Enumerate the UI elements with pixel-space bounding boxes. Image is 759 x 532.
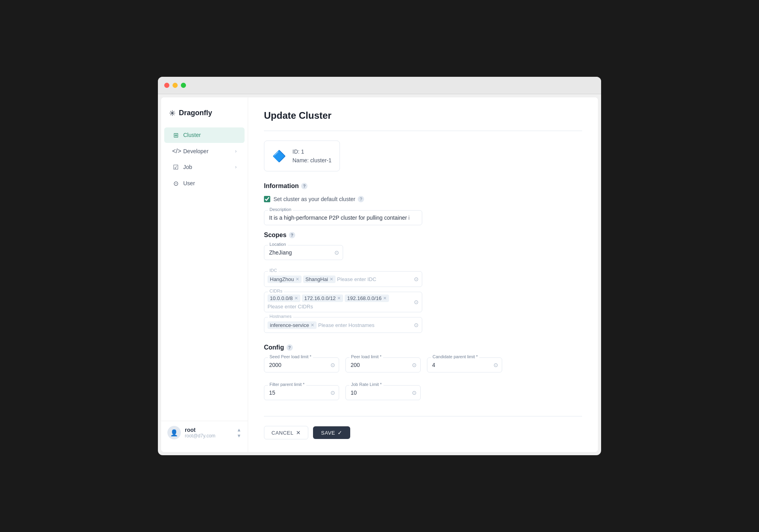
- nav-item-inner-user: ⊙ User: [172, 180, 195, 187]
- sidebar-item-cluster[interactable]: ⊞ Cluster: [164, 127, 245, 143]
- maximize-button[interactable]: [181, 83, 186, 88]
- main-content: Update Cluster 🔷 ID: 1 Name: cluster-1 I…: [248, 97, 598, 452]
- hostname-tag-1-text: inference-service: [270, 322, 309, 328]
- cancel-icon: ✕: [296, 429, 301, 436]
- idc-tag-input[interactable]: HangZhou ✕ ShangHai ✕ ⊙: [264, 271, 422, 287]
- seed-peer-load-limit-field: Seed Peer load limit * ⊙: [264, 357, 339, 372]
- title-divider: [264, 131, 582, 131]
- config-title-text: Config: [264, 344, 284, 351]
- cidr-tag-1-text: 10.0.0.0/8: [270, 295, 293, 301]
- save-icon: ✓: [338, 429, 343, 436]
- cluster-card-icon: 🔷: [272, 150, 286, 163]
- avatar-icon: 👤: [170, 429, 178, 437]
- sidebar: ✳ Dragonfly ⊞ Cluster </> Developer ›: [161, 97, 248, 452]
- peer-load-limit-clear-icon[interactable]: ⊙: [412, 362, 417, 368]
- user-arrows-icon: ▲ ▼: [237, 427, 241, 439]
- cidrs-label: CIDRs: [268, 289, 284, 293]
- nav-section: ⊞ Cluster </> Developer › ☑ Job: [161, 127, 248, 421]
- idc-text-input[interactable]: [337, 276, 409, 282]
- cidr-tag-2: 172.16.0.0/12 ✕: [302, 294, 343, 302]
- hostnames-clear-icon[interactable]: ⊙: [414, 322, 419, 328]
- logo-icon: ✳: [169, 108, 176, 118]
- config-section: Config ? Seed Peer load limit * ⊙ Peer l…: [264, 344, 582, 407]
- config-grid-row2: Filter parent limit * ⊙ Job Rate Limit *…: [264, 385, 582, 407]
- peer-load-limit-label: Peer load limit *: [349, 354, 383, 359]
- window-content: ✳ Dragonfly ⊞ Cluster </> Developer ›: [161, 97, 598, 452]
- save-button[interactable]: SAVE ✓: [313, 426, 350, 439]
- default-cluster-label: Set cluster as your default cluster ?: [273, 196, 364, 202]
- default-cluster-checkbox[interactable]: [264, 196, 270, 202]
- nav-item-inner-developer: </> Developer: [172, 148, 209, 155]
- cluster-name: Name: cluster-1: [292, 156, 332, 165]
- developer-icon: </>: [172, 148, 179, 155]
- scopes-section-title: Scopes ?: [264, 232, 582, 239]
- cidr-tag-1-remove[interactable]: ✕: [294, 296, 298, 300]
- cidr-tag-2-remove[interactable]: ✕: [337, 296, 341, 300]
- cidrs-tag-input[interactable]: 10.0.0.0/8 ✕ 172.16.0.0/12 ✕ 192.168.0.0…: [264, 292, 422, 312]
- cidr-tag-3: 192.168.0.0/16 ✕: [345, 294, 389, 302]
- hostname-tag-1-remove[interactable]: ✕: [311, 323, 314, 327]
- cluster-info-card: 🔷 ID: 1 Name: cluster-1: [264, 141, 340, 172]
- information-section: Information ? Set cluster as your defaul…: [264, 182, 582, 225]
- hostnames-tag-input[interactable]: inference-service ✕ ⊙: [264, 317, 422, 333]
- idc-tag-shanghai-remove[interactable]: ✕: [330, 277, 333, 281]
- scopes-help-icon[interactable]: ?: [289, 232, 295, 238]
- candidate-parent-limit-input[interactable]: [427, 357, 502, 372]
- page-title: Update Cluster: [264, 110, 582, 121]
- seed-peer-load-limit-clear-icon[interactable]: ⊙: [330, 362, 335, 368]
- hostnames-text-input[interactable]: [318, 322, 409, 328]
- seed-peer-load-limit-input[interactable]: [264, 357, 339, 372]
- sidebar-item-developer[interactable]: </> Developer ›: [164, 144, 245, 159]
- config-help-icon[interactable]: ?: [287, 344, 293, 351]
- nav-item-inner-job: ☑ Job: [172, 163, 192, 171]
- sidebar-item-user[interactable]: ⊙ User: [164, 176, 245, 191]
- sidebar-item-job[interactable]: ☑ Job ›: [164, 160, 245, 175]
- cidr-tag-2-text: 172.16.0.0/12: [304, 295, 336, 301]
- scopes-fields: Location ⊙ IDC HangZhou ✕: [264, 245, 582, 333]
- footer-divider: [264, 416, 582, 416]
- app-name: Dragonfly: [179, 109, 212, 117]
- filter-parent-limit-clear-icon[interactable]: ⊙: [330, 390, 335, 396]
- cidrs-clear-icon[interactable]: ⊙: [414, 299, 419, 305]
- cancel-button[interactable]: CANCEL ✕: [264, 426, 308, 439]
- checkbox-help-icon[interactable]: ?: [358, 196, 364, 202]
- information-section-title: Information ?: [264, 182, 582, 190]
- config-grid-row1: Seed Peer load limit * ⊙ Peer load limit…: [264, 357, 582, 379]
- cluster-details: ID: 1 Name: cluster-1: [292, 147, 332, 165]
- job-rate-limit-field: Job Rate Limit * ⊙: [345, 385, 421, 400]
- filter-parent-limit-label: Filter parent limit *: [268, 382, 306, 387]
- candidate-parent-limit-label: Candidate parent limit *: [431, 354, 479, 359]
- cluster-id: ID: 1: [292, 147, 332, 156]
- description-label: Description: [268, 207, 293, 212]
- action-buttons: CANCEL ✕ SAVE ✓: [264, 426, 582, 439]
- scopes-title-text: Scopes: [264, 232, 287, 239]
- description-input[interactable]: [264, 210, 422, 225]
- close-button[interactable]: [164, 83, 169, 88]
- minimize-button[interactable]: [173, 83, 178, 88]
- filter-parent-limit-input[interactable]: [264, 385, 339, 400]
- cluster-icon: ⊞: [172, 131, 179, 139]
- app-window: ✳ Dragonfly ⊞ Cluster </> Developer ›: [158, 77, 601, 456]
- idc-field-wrapper: IDC HangZhou ✕ ShangHai ✕ ⊙: [264, 271, 582, 287]
- peer-load-limit-input[interactable]: [345, 357, 421, 372]
- hostname-tag-1: inference-service ✕: [268, 321, 317, 329]
- nav-item-inner: ⊞ Cluster: [172, 131, 201, 139]
- checkbox-label-text: Set cluster as your default cluster: [273, 196, 355, 202]
- location-input[interactable]: [264, 245, 343, 260]
- cidr-tag-3-remove[interactable]: ✕: [383, 296, 387, 300]
- user-email: root@d7y.com: [185, 433, 233, 439]
- user-area[interactable]: 👤 root root@d7y.com ▲ ▼: [161, 421, 248, 444]
- information-help-icon[interactable]: ?: [301, 183, 307, 189]
- cidrs-text-input[interactable]: [268, 304, 409, 310]
- location-clear-icon[interactable]: ⊙: [334, 249, 339, 256]
- title-bar: [158, 77, 601, 94]
- location-field: Location ⊙: [264, 245, 343, 260]
- information-title-text: Information: [264, 182, 299, 190]
- sidebar-item-label-developer: Developer: [183, 148, 209, 154]
- avatar: 👤: [167, 426, 181, 439]
- job-rate-limit-input[interactable]: [345, 385, 421, 400]
- candidate-parent-limit-clear-icon[interactable]: ⊙: [493, 362, 498, 368]
- idc-clear-icon[interactable]: ⊙: [414, 276, 419, 282]
- idc-tag-hangzhou-remove[interactable]: ✕: [296, 277, 299, 281]
- job-rate-limit-clear-icon[interactable]: ⊙: [412, 390, 417, 396]
